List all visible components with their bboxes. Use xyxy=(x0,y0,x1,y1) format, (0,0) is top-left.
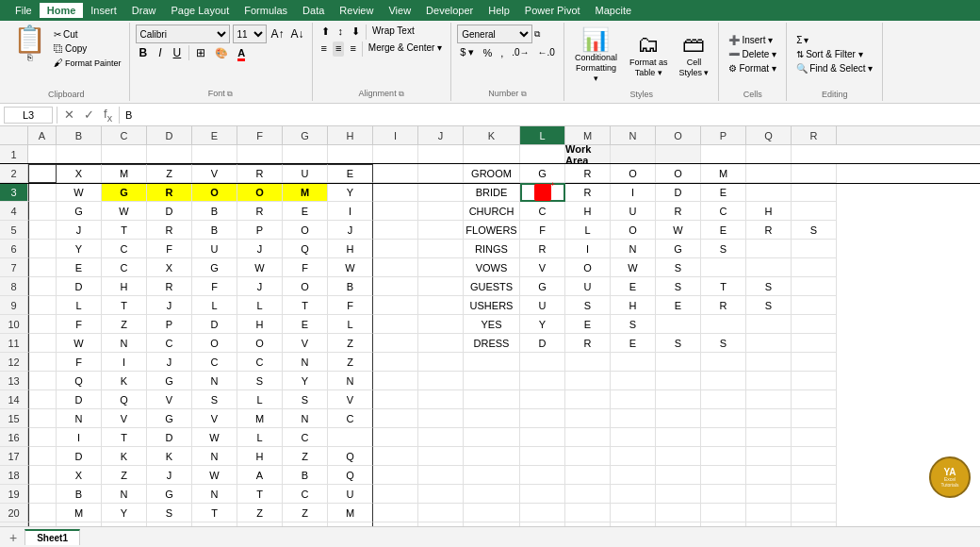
sheet-cell[interactable] xyxy=(373,504,418,522)
sheet-cell[interactable]: S xyxy=(656,277,701,296)
sheet-cell[interactable] xyxy=(28,296,57,315)
sheet-cell[interactable]: G xyxy=(147,372,192,390)
col-header-o[interactable]: O xyxy=(656,126,701,144)
sheet-cell[interactable] xyxy=(373,296,418,315)
align-left-button[interactable]: ≡ xyxy=(318,41,330,57)
row-header[interactable]: 4 xyxy=(0,202,28,221)
row-header[interactable]: 15 xyxy=(0,409,28,428)
sheet-cell[interactable] xyxy=(611,409,656,428)
row-header[interactable]: 6 xyxy=(0,240,28,258)
sheet-cell[interactable]: T xyxy=(283,296,328,315)
sheet-cell[interactable] xyxy=(418,240,464,258)
align-right-button[interactable]: ≡ xyxy=(347,41,358,57)
sheet-cell[interactable]: Y xyxy=(283,372,328,390)
format-painter-button[interactable]: 🖌 Format Painter xyxy=(52,57,123,69)
sheet-cell[interactable]: J xyxy=(237,277,283,296)
sheet-cell[interactable] xyxy=(792,240,837,258)
sheet-cell[interactable] xyxy=(746,372,792,390)
sheet-cell[interactable] xyxy=(373,522,418,526)
sheet-cell[interactable]: Q xyxy=(328,466,373,485)
sheet-cell[interactable] xyxy=(418,164,464,183)
sheet-cell[interactable] xyxy=(464,372,520,390)
sheet-cell[interactable] xyxy=(611,372,656,390)
sheet-cell[interactable] xyxy=(792,164,837,183)
sheet-cell[interactable]: C xyxy=(102,258,147,277)
sheet-cell[interactable] xyxy=(520,504,565,522)
sheet-cell[interactable]: GROOM xyxy=(464,164,520,183)
sheet-cell[interactable] xyxy=(28,390,57,409)
sheet-cell[interactable]: S xyxy=(792,221,837,240)
sheet-cell[interactable] xyxy=(373,315,418,334)
sheet-cell[interactable]: O xyxy=(565,258,611,277)
sheet-cell[interactable] xyxy=(701,372,746,390)
sheet-cell[interactable] xyxy=(611,390,656,409)
sheet-cell[interactable]: T xyxy=(102,221,147,240)
sheet-cell[interactable] xyxy=(746,164,792,183)
sheet-cell[interactable] xyxy=(701,145,746,164)
sheet-cell[interactable]: E xyxy=(656,296,701,315)
sheet-cell[interactable]: G xyxy=(283,522,328,526)
sheet-cell[interactable]: Y xyxy=(328,183,373,202)
sheet-cell[interactable]: P xyxy=(237,221,283,240)
sheet-cell[interactable] xyxy=(746,447,792,466)
sheet-cell[interactable]: O xyxy=(283,277,328,296)
font-name-select[interactable]: Calibri xyxy=(136,25,230,43)
sheet-cell[interactable]: R xyxy=(147,277,192,296)
sheet-cell[interactable] xyxy=(746,258,792,277)
sheet-cell[interactable]: S xyxy=(611,315,656,334)
col-header-h[interactable]: H xyxy=(328,126,373,144)
align-bottom-button[interactable]: ⬇ xyxy=(349,25,363,40)
sheet-cell[interactable] xyxy=(28,315,57,334)
decrease-font-button[interactable]: A↓ xyxy=(289,26,306,41)
sheet-cell[interactable] xyxy=(611,447,656,466)
sheet-cell[interactable]: W xyxy=(611,258,656,277)
sheet-cell[interactable] xyxy=(57,145,102,164)
sheet-cell[interactable]: W xyxy=(192,466,237,485)
sheet-cell[interactable]: K xyxy=(147,447,192,466)
sheet-cell[interactable]: I xyxy=(57,428,102,447)
sheet-cell[interactable]: D xyxy=(656,183,701,202)
row-header[interactable]: 1 xyxy=(0,145,28,164)
find-select-button[interactable]: 🔍 Find & Select ▾ xyxy=(792,62,876,75)
sheet-cell[interactable]: L xyxy=(565,221,611,240)
sheet-cell[interactable] xyxy=(520,145,565,164)
sheet-cell[interactable]: R xyxy=(565,183,611,202)
sheet-cell[interactable]: O xyxy=(237,334,283,353)
sheet-cell[interactable]: Z xyxy=(237,504,283,522)
decrease-decimal-button[interactable]: ←.0 xyxy=(535,46,558,58)
sheet-cell[interactable] xyxy=(611,428,656,447)
sheet-cell[interactable]: Z xyxy=(283,504,328,522)
col-header-i[interactable]: I xyxy=(373,126,418,144)
sheet-cell[interactable] xyxy=(701,353,746,372)
sheet-cell[interactable]: U xyxy=(192,240,237,258)
sheet-cell[interactable]: CHURCH xyxy=(464,202,520,221)
sheet-cell[interactable] xyxy=(701,315,746,334)
tab-data[interactable]: Data xyxy=(295,3,332,18)
sheet-cell[interactable]: R xyxy=(237,522,283,526)
sheet-cell[interactable]: E xyxy=(701,221,746,240)
sheet-cell[interactable]: Z xyxy=(283,447,328,466)
sheet-cell[interactable] xyxy=(418,485,464,504)
sheet-cell[interactable] xyxy=(418,466,464,485)
sheet-cell[interactable]: G xyxy=(192,258,237,277)
sheet-cell[interactable]: G xyxy=(656,240,701,258)
sheet-cell[interactable] xyxy=(656,409,701,428)
sheet-cell[interactable]: I xyxy=(102,353,147,372)
sheet-cell[interactable]: N xyxy=(328,372,373,390)
sheet-cell[interactable] xyxy=(418,447,464,466)
tab-help[interactable]: Help xyxy=(481,3,517,18)
sheet-cell[interactable]: J xyxy=(147,466,192,485)
sheet-cell[interactable] xyxy=(656,390,701,409)
sheet-cell[interactable] xyxy=(28,164,57,183)
sheet-cell[interactable]: Q xyxy=(283,240,328,258)
sheet-cell[interactable]: H xyxy=(565,202,611,221)
col-header-n[interactable]: N xyxy=(611,126,656,144)
tab-draw[interactable]: Draw xyxy=(124,3,164,18)
sheet-cell[interactable]: Z xyxy=(102,466,147,485)
sheet-cell[interactable] xyxy=(746,466,792,485)
sheet-cell[interactable]: VOWS xyxy=(464,258,520,277)
sheet-cell[interactable] xyxy=(520,409,565,428)
sheet-cell[interactable]: RINGS xyxy=(464,240,520,258)
sheet-cell[interactable] xyxy=(373,258,418,277)
sheet-cell[interactable] xyxy=(373,145,418,164)
